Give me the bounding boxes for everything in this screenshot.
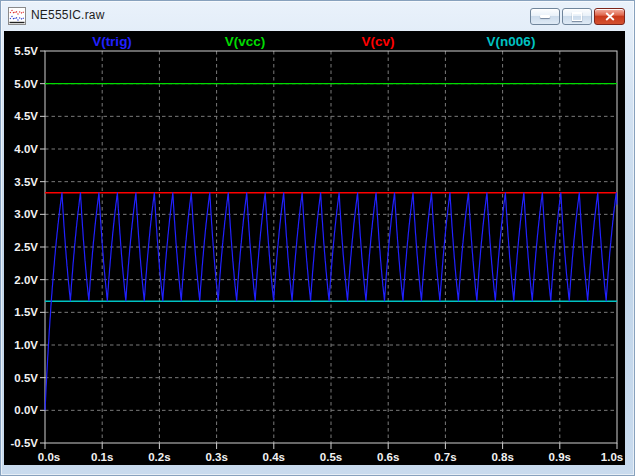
waveform-viewer-window: NE555IC.raw 5.5V5.0V4.5V4.0V3.5V3.0V2.5V… xyxy=(0,0,635,476)
y-tick-label: 3.5V xyxy=(14,176,38,188)
y-tick-label: 1.5V xyxy=(14,306,38,318)
maximize-icon xyxy=(572,12,582,21)
x-tick-label: 0.9s xyxy=(549,451,571,463)
x-tick-label: 0.4s xyxy=(263,451,285,463)
plot-client-area[interactable]: 5.5V5.0V4.5V4.0V3.5V3.0V2.5V2.0V1.5V1.0V… xyxy=(4,31,625,465)
window-controls xyxy=(530,8,625,25)
y-tick-label: 5.5V xyxy=(14,45,38,57)
close-button[interactable] xyxy=(594,8,625,25)
minimize-button[interactable] xyxy=(530,8,560,25)
y-tick-label: 4.5V xyxy=(14,110,38,122)
y-tick-label: 2.0V xyxy=(14,274,38,286)
window-title: NE555IC.raw xyxy=(31,8,105,22)
legend-label-Vtrig[interactable]: V(trig) xyxy=(92,34,132,49)
x-tick-label: 0.7s xyxy=(434,451,456,463)
maximize-button[interactable] xyxy=(562,8,592,25)
app-icon[interactable] xyxy=(8,7,26,25)
x-tick-label: 0.2s xyxy=(148,451,170,463)
x-tick-label: 0.0s xyxy=(38,451,60,463)
legend-label-Vn006[interactable]: V(n006) xyxy=(487,34,536,49)
y-tick-label: 2.5V xyxy=(14,241,38,253)
x-tick-label: 1.0s xyxy=(601,451,623,463)
x-tick-label: 0.5s xyxy=(320,451,342,463)
y-tick-label: 4.0V xyxy=(14,143,38,155)
titlebar[interactable]: NE555IC.raw xyxy=(0,0,635,31)
y-tick-label: 0.0V xyxy=(14,404,38,416)
x-tick-label: 0.3s xyxy=(205,451,227,463)
y-tick-label: -0.5V xyxy=(11,437,39,449)
minimize-icon xyxy=(540,15,550,18)
legend-label-Vcv[interactable]: V(cv) xyxy=(361,34,394,49)
x-tick-label: 0.6s xyxy=(377,451,399,463)
y-tick-label: 3.0V xyxy=(14,208,38,220)
y-tick-label: 1.0V xyxy=(14,339,38,351)
y-tick-label: 0.5V xyxy=(14,372,38,384)
close-icon xyxy=(605,12,615,21)
legend-label-Vvcc[interactable]: V(vcc) xyxy=(225,34,266,49)
x-tick-label: 0.8s xyxy=(491,451,513,463)
waveform-plot[interactable]: 5.5V5.0V4.5V4.0V3.5V3.0V2.5V2.0V1.5V1.0V… xyxy=(4,31,625,465)
y-tick-label: 5.0V xyxy=(14,78,38,90)
x-tick-label: 0.1s xyxy=(91,451,113,463)
